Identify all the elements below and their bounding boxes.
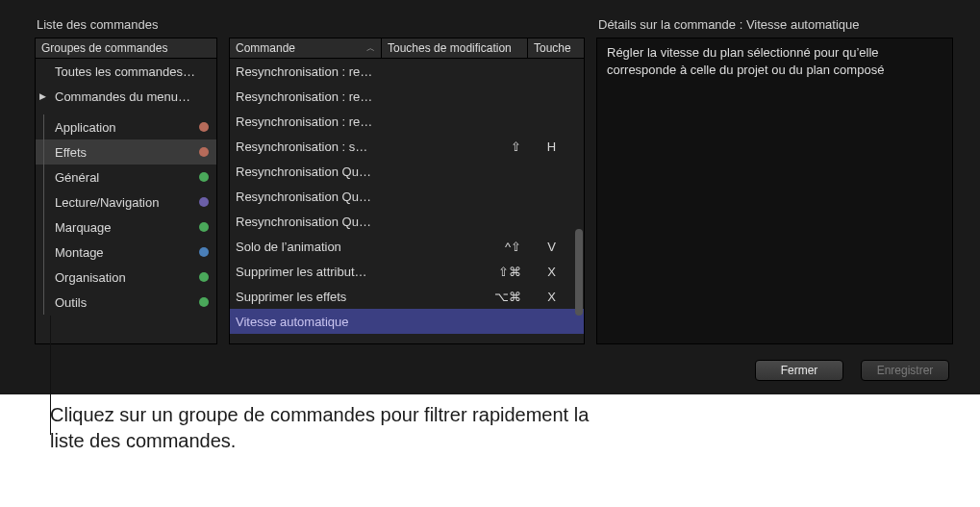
command-row[interactable]: Resynchronisation : re…	[230, 84, 584, 109]
details-column: Détails sur la commande : Vitesse automa…	[596, 17, 953, 344]
group-label: Général	[55, 170, 99, 185]
group-label: Application	[55, 120, 116, 135]
command-row-selected[interactable]: Vitesse automatique	[230, 309, 584, 334]
command-row[interactable]: Resynchronisation Qu…	[230, 209, 584, 234]
details-text: Régler la vitesse du plan sélectionné po…	[596, 38, 953, 344]
group-marquage[interactable]: Marquage	[36, 215, 216, 240]
color-dot-icon	[199, 122, 209, 132]
header-modifiers[interactable]: Touches de modification	[382, 38, 528, 58]
groups-list: Toutes les commandes… ▶ Commandes du men…	[35, 59, 217, 344]
group-label: Montage	[55, 245, 104, 260]
group-effets[interactable]: Effets	[36, 139, 216, 165]
commands-scrollbar[interactable]	[575, 61, 583, 342]
list-title: Liste des commandes	[35, 17, 217, 32]
command-row[interactable]: Resynchronisation : s…⇧H	[230, 134, 584, 159]
groups-header-cell[interactable]: Groupes de commandes	[36, 38, 216, 58]
command-editor-panel: Liste des commandes Groupes de commandes…	[0, 0, 980, 394]
commands-column: . Commande ︿ Touches de modification Tou…	[229, 17, 585, 344]
color-dot-icon	[199, 147, 209, 157]
header-command[interactable]: Commande ︿	[230, 38, 382, 58]
group-label: Lecture/Navigation	[55, 195, 159, 210]
group-label: Effets	[55, 145, 87, 160]
group-general[interactable]: Général	[36, 165, 216, 190]
commands-header: Commande ︿ Touches de modification Touch…	[229, 38, 585, 59]
disclosure-triangle-icon[interactable]: ▶	[39, 91, 46, 101]
group-label: Marquage	[55, 220, 112, 235]
color-dot-icon	[199, 197, 209, 207]
commands-list: Resynchronisation : re… Resynchronisatio…	[229, 59, 585, 344]
group-label: Organisation	[55, 270, 126, 285]
sort-ascending-icon: ︿	[366, 42, 375, 55]
groups-header[interactable]: Groupes de commandes	[35, 38, 217, 59]
group-menu-commands[interactable]: ▶ Commandes du menu…	[36, 84, 216, 109]
color-dot-icon	[199, 247, 209, 257]
command-row[interactable]: Resynchronisation : re…	[230, 109, 584, 134]
scroll-thumb[interactable]	[575, 229, 583, 316]
color-dot-icon	[199, 172, 209, 182]
group-lecture-navigation[interactable]: Lecture/Navigation	[36, 190, 216, 215]
group-organisation[interactable]: Organisation	[36, 265, 216, 290]
command-row[interactable]: Solo de l’animation^⇧V	[230, 234, 584, 259]
command-row[interactable]: Supprimer les attribut…⇧⌘X	[230, 259, 584, 284]
save-button[interactable]: Enregistrer	[861, 360, 949, 381]
color-dot-icon	[199, 272, 209, 282]
close-button[interactable]: Fermer	[755, 360, 843, 381]
command-row[interactable]: Resynchronisation : re…	[230, 59, 584, 84]
header-key[interactable]: Touche	[528, 38, 576, 58]
group-application[interactable]: Application	[36, 114, 216, 139]
footer-buttons: Fermer Enregistrer	[755, 360, 949, 381]
group-label: Commandes du menu…	[43, 89, 190, 104]
group-outils[interactable]: Outils	[36, 290, 216, 315]
command-row[interactable]: Resynchronisation Qu…	[230, 184, 584, 209]
group-label: Outils	[55, 295, 87, 310]
group-label: Toutes les commandes…	[55, 64, 195, 79]
color-dot-icon	[199, 222, 209, 232]
color-dot-icon	[199, 297, 209, 307]
command-row[interactable]: Supprimer les effets⌥⌘X	[230, 284, 584, 309]
group-montage[interactable]: Montage	[36, 240, 216, 265]
callout: Cliquez sur un groupe de commandes pour …	[50, 402, 627, 454]
command-row[interactable]: Resynchronisation Qu…	[230, 159, 584, 184]
callout-text: Cliquez sur un groupe de commandes pour …	[50, 402, 627, 454]
groups-column: Liste des commandes Groupes de commandes…	[35, 17, 217, 344]
group-all-commands[interactable]: Toutes les commandes…	[36, 59, 216, 84]
details-title: Détails sur la commande : Vitesse automa…	[596, 17, 953, 32]
callout-leader-line	[50, 316, 51, 435]
